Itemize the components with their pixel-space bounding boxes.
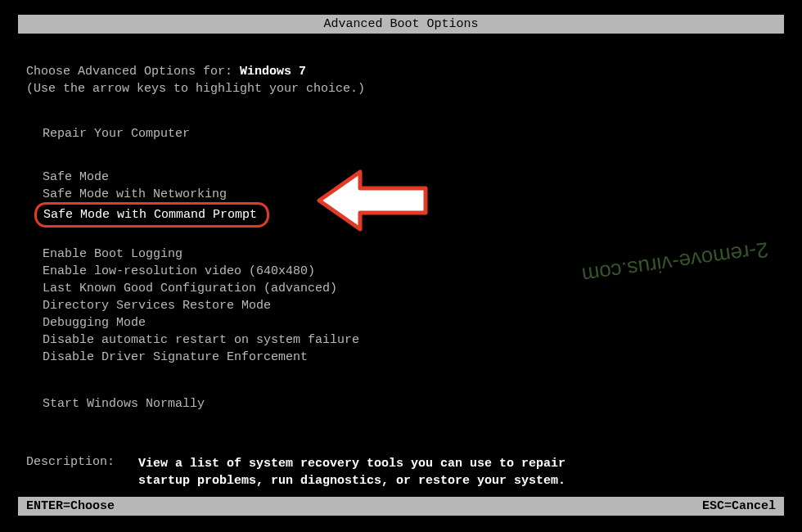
menu-item-boot-logging[interactable]: Enable Boot Logging (43, 246, 776, 263)
content-area: Choose Advanced Options for: Windows 7 (… (0, 65, 802, 489)
header-line: Choose Advanced Options for: Windows 7 (26, 65, 776, 79)
highlighted-option: Safe Mode with Command Prompt (34, 202, 269, 228)
menu-item-safe-mode-net[interactable]: Safe Mode with Networking (43, 186, 776, 203)
menu-group-normal: Start Windows Normally (26, 395, 776, 413)
title-text: Advanced Boot Options (323, 17, 478, 31)
description-label: Description: (26, 455, 131, 469)
menu-item-debugging[interactable]: Debugging Mode (43, 314, 776, 331)
title-bar: Advanced Boot Options (18, 15, 784, 34)
footer-bar: ENTER=Choose ESC=Cancel (18, 497, 784, 516)
description-block: Description: View a list of system recov… (26, 455, 776, 489)
menu-group-repair: Repair Your Computer (26, 125, 776, 142)
footer-esc: ESC=Cancel (702, 499, 776, 513)
menu-group-safe: Safe Mode Safe Mode with Networking Safe… (26, 169, 776, 228)
menu-item-disable-sig[interactable]: Disable Driver Signature Enforcement (43, 349, 776, 366)
os-name: Windows 7 (240, 65, 306, 79)
menu-item-ds-restore[interactable]: Directory Services Restore Mode (43, 297, 776, 314)
menu-item-last-known[interactable]: Last Known Good Configuration (advanced) (43, 280, 776, 297)
instruction-text: (Use the arrow keys to highlight your ch… (26, 82, 776, 96)
menu-group-advanced: Enable Boot Logging Enable low-resolutio… (26, 246, 776, 366)
menu-item-low-res[interactable]: Enable low-resolution video (640x480) (43, 263, 776, 280)
header-prefix: Choose Advanced Options for: (26, 65, 240, 79)
description-text: View a list of system recovery tools you… (138, 455, 597, 489)
menu-item-start-normal[interactable]: Start Windows Normally (43, 395, 776, 413)
menu-item-repair[interactable]: Repair Your Computer (43, 125, 776, 142)
footer-enter: ENTER=Choose (26, 499, 115, 513)
menu-item-safe-mode[interactable]: Safe Mode (43, 169, 776, 186)
menu-item-disable-restart[interactable]: Disable automatic restart on system fail… (43, 331, 776, 349)
menu-item-safe-mode-cmd-wrapper[interactable]: Safe Mode with Command Prompt (43, 203, 776, 228)
